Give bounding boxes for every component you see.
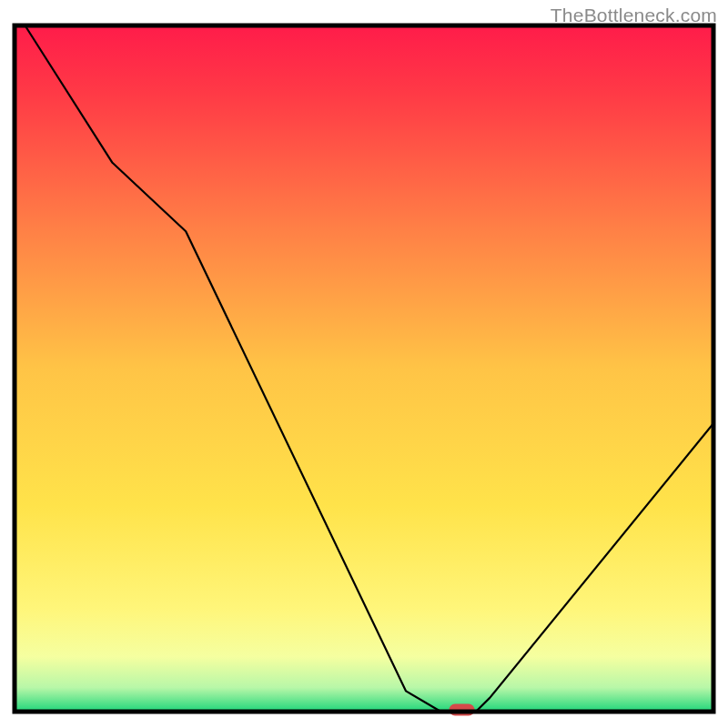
bottleneck-chart: TheBottleneck.com: [0, 0, 728, 728]
watermark-label: TheBottleneck.com: [551, 5, 717, 26]
plot-gradient: [15, 25, 713, 712]
chart-svg: [0, 0, 728, 728]
